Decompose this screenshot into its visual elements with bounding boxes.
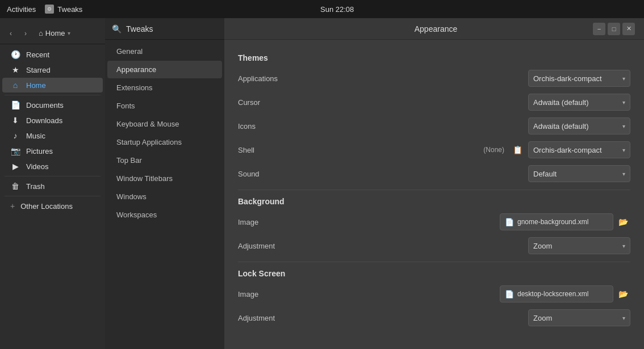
sidebar-item-documents[interactable]: 📄 Documents bbox=[2, 98, 103, 112]
sidebar-item-starred[interactable]: ★ Starred bbox=[2, 62, 103, 77]
cursor-dropdown[interactable]: Adwaita (default) ▾ bbox=[528, 94, 630, 111]
maximize-button[interactable]: □ bbox=[608, 23, 620, 35]
topbar-app-name: Tweaks bbox=[57, 5, 82, 14]
applications-row: Applications Orchis-dark-compact ▾ bbox=[238, 69, 630, 87]
bg-image-label: Image bbox=[238, 218, 500, 226]
sidebar: ‹ › ⌂ Home ▾ 🕐 Recent ★ Starred ⌂ bbox=[0, 18, 105, 349]
ls-adjustment-dropdown[interactable]: Zoom ▾ bbox=[528, 309, 630, 326]
sidebar-item-music[interactable]: ♪ Music bbox=[2, 128, 103, 143]
shell-dropdown-arrow: ▾ bbox=[622, 147, 625, 153]
ls-adjustment-row: Adjustment Zoom ▾ bbox=[238, 309, 630, 327]
page-title: Appearance bbox=[279, 24, 593, 33]
section-divider-1 bbox=[238, 190, 630, 190]
lockscreen-section-header: Lock Screen bbox=[238, 269, 630, 278]
icons-dropdown[interactable]: Adwaita (default) ▾ bbox=[528, 117, 630, 134]
bg-file-doc-icon: 📄 bbox=[505, 218, 514, 226]
shell-none-badge: (None) bbox=[483, 146, 504, 154]
applications-dropdown[interactable]: Orchis-dark-compact ▾ bbox=[528, 70, 630, 87]
sidebar-item-home[interactable]: ⌂ Home bbox=[2, 78, 103, 92]
content-area: Themes Applications Orchis-dark-compact … bbox=[224, 40, 644, 349]
tweaks-menu-fonts[interactable]: Fonts bbox=[107, 97, 222, 115]
starred-icon: ★ bbox=[10, 65, 20, 74]
topbar-left: Activities ⚙ Tweaks bbox=[7, 5, 82, 14]
applications-controls: Orchis-dark-compact ▾ bbox=[528, 70, 630, 87]
sidebar-item-downloads[interactable]: ⬇ Downloads bbox=[2, 113, 103, 128]
icons-dropdown-arrow: ▾ bbox=[622, 123, 625, 129]
home-nav-icon: ⌂ bbox=[10, 81, 20, 90]
cursor-label: Cursor bbox=[238, 98, 528, 107]
bg-image-filename[interactable]: 📄 gnome-background.xml bbox=[500, 213, 613, 230]
tweaks-app-icon: ⚙ bbox=[45, 5, 54, 14]
sidebar-item-label-documents: Documents bbox=[26, 101, 64, 110]
ls-adjustment-controls: Zoom ▾ bbox=[528, 309, 630, 326]
home-icon: ⌂ bbox=[39, 29, 43, 37]
back-button[interactable]: ‹ bbox=[5, 27, 17, 40]
sidebar-item-trash[interactable]: 🗑 Trash bbox=[2, 179, 103, 194]
sidebar-other-locations[interactable]: + Other Locations bbox=[2, 199, 103, 213]
applications-label: Applications bbox=[238, 74, 528, 83]
tweaks-menu-workspaces[interactable]: Workspaces bbox=[107, 206, 222, 224]
sound-dropdown-arrow: ▾ bbox=[622, 171, 625, 177]
sidebar-item-label-starred: Starred bbox=[26, 66, 51, 74]
sidebar-item-label-home: Home bbox=[26, 81, 46, 90]
tweaks-header: 🔍 Tweaks bbox=[105, 18, 224, 40]
bg-adjustment-controls: Zoom ▾ bbox=[528, 237, 630, 254]
tweaks-menu-extensions[interactable]: Extensions bbox=[107, 79, 222, 96]
tweaks-menu-general[interactable]: General bbox=[107, 43, 222, 60]
shell-controls: (None) 📋 Orchis-dark-compact ▾ bbox=[483, 141, 630, 158]
breadcrumb-home[interactable]: ⌂ Home ▾ bbox=[39, 29, 70, 37]
downloads-icon: ⬇ bbox=[10, 116, 20, 125]
bg-adjustment-dropdown[interactable]: Zoom ▾ bbox=[528, 237, 630, 254]
close-button[interactable]: ✕ bbox=[622, 23, 635, 35]
shell-file-icon-button[interactable]: 📋 bbox=[510, 142, 525, 157]
tweaks-menu-windows[interactable]: Windows bbox=[107, 188, 222, 205]
music-icon: ♪ bbox=[10, 131, 20, 140]
shell-dropdown[interactable]: Orchis-dark-compact ▾ bbox=[528, 141, 630, 158]
icons-row: Icons Adwaita (default) ▾ bbox=[238, 117, 630, 135]
sidebar-divider-3 bbox=[5, 196, 101, 196]
sound-dropdown[interactable]: Default ▾ bbox=[528, 165, 630, 182]
window-container: ‹ › ⌂ Home ▾ 🕐 Recent ★ Starred ⌂ bbox=[0, 18, 644, 349]
sound-row: Sound Default ▾ bbox=[238, 165, 630, 183]
trash-icon: 🗑 bbox=[10, 182, 20, 191]
tweaks-menu-keyboard-mouse[interactable]: Keyboard & Mouse bbox=[107, 115, 222, 133]
tweaks-menu-appearance[interactable]: Appearance bbox=[107, 61, 222, 78]
topbar-app: ⚙ Tweaks bbox=[45, 5, 82, 14]
shell-label: Shell bbox=[238, 146, 483, 154]
forward-button[interactable]: › bbox=[19, 27, 32, 40]
tweaks-menu-titlebars[interactable]: Window Titlebars bbox=[107, 170, 222, 187]
applications-value: Orchis-dark-compact bbox=[533, 74, 602, 83]
ls-adjustment-label: Adjustment bbox=[238, 314, 528, 322]
topbar: Activities ⚙ Tweaks Sun 22:08 bbox=[0, 0, 644, 18]
minimize-button[interactable]: − bbox=[593, 23, 605, 35]
bg-file-open-button[interactable]: 📂 bbox=[616, 215, 630, 229]
activities-label[interactable]: Activities bbox=[7, 5, 36, 14]
sidebar-item-videos[interactable]: ▶ Videos bbox=[2, 159, 103, 174]
icons-value: Adwaita (default) bbox=[533, 122, 589, 131]
bg-adjustment-value: Zoom bbox=[533, 242, 552, 250]
search-icon[interactable]: 🔍 bbox=[112, 24, 122, 33]
cursor-controls: Adwaita (default) ▾ bbox=[528, 94, 630, 111]
ls-file-open-button[interactable]: 📂 bbox=[616, 287, 630, 301]
sidebar-item-label-downloads: Downloads bbox=[26, 116, 62, 125]
sidebar-divider-1 bbox=[5, 95, 101, 95]
tweaks-title: Tweaks bbox=[126, 24, 153, 33]
ls-file-doc-icon: 📄 bbox=[505, 290, 514, 298]
sidebar-item-recent[interactable]: 🕐 Recent bbox=[2, 47, 103, 62]
cursor-value: Adwaita (default) bbox=[533, 98, 589, 107]
tweaks-menu-startup[interactable]: Startup Applications bbox=[107, 133, 222, 151]
ls-image-label: Image bbox=[238, 290, 500, 298]
ls-image-value: desktop-lockscreen.xml bbox=[517, 290, 588, 298]
main-content: Appearance − □ ✕ Themes Applications Orc… bbox=[224, 18, 644, 349]
main-header: Appearance − □ ✕ bbox=[224, 18, 644, 40]
sound-value: Default bbox=[533, 170, 557, 178]
icons-controls: Adwaita (default) ▾ bbox=[528, 117, 630, 134]
ls-image-controls: 📄 desktop-lockscreen.xml 📂 bbox=[500, 285, 630, 302]
sidebar-item-pictures[interactable]: 📷 Pictures bbox=[2, 144, 103, 158]
bg-adjustment-label: Adjustment bbox=[238, 242, 528, 250]
breadcrumb-home-label: Home bbox=[45, 29, 65, 37]
sidebar-item-label-recent: Recent bbox=[26, 51, 49, 59]
ls-adjustment-value: Zoom bbox=[533, 314, 552, 322]
ls-image-filename[interactable]: 📄 desktop-lockscreen.xml bbox=[500, 285, 613, 302]
tweaks-menu-topbar[interactable]: Top Bar bbox=[107, 152, 222, 169]
